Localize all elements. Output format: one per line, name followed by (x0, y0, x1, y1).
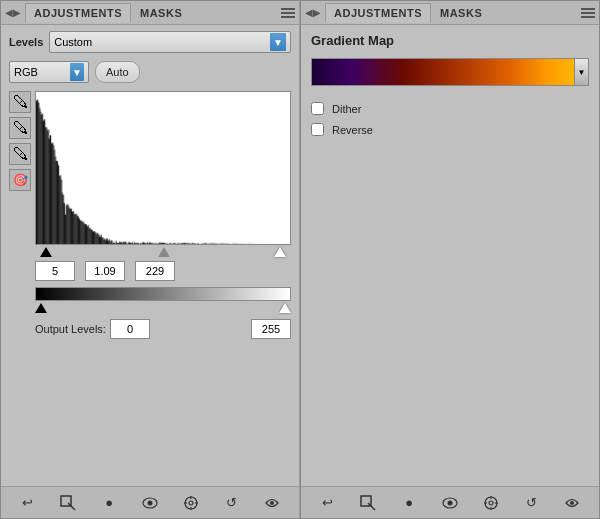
gradient-bar[interactable] (311, 58, 575, 86)
input-handles-track (35, 245, 291, 259)
black-point-eyedropper[interactable]: 🖊 (9, 91, 31, 113)
output-gradient-bar (35, 287, 291, 301)
gradient-map-title: Gradient Map (311, 33, 589, 48)
right-target-button[interactable] (479, 491, 503, 515)
left-panel-menu-icon[interactable] (281, 8, 295, 18)
output-levels-label: Output Levels: (35, 323, 106, 335)
black-output-field[interactable] (110, 319, 150, 339)
right-refresh-button[interactable]: ↺ (520, 491, 544, 515)
right-panel: ◀▶ ADJUSTMENTS MASKS Gradient Map ▼ Dith… (300, 0, 600, 519)
channel-select[interactable]: RGB ▼ (9, 61, 89, 83)
svg-point-14 (489, 501, 493, 505)
left-panel-content: Levels Custom ▼ RGB ▼ Auto 🖊 🖊 🖊 🎯 (1, 25, 299, 486)
reverse-checkbox[interactable] (311, 123, 324, 136)
right-eye-button[interactable] (438, 491, 462, 515)
histogram (35, 91, 291, 245)
gamma-input-field[interactable] (85, 261, 125, 281)
dither-row: Dither (311, 102, 589, 115)
svg-point-19 (570, 501, 574, 505)
output-handles-track (35, 301, 291, 315)
right-panel-menu-icon[interactable] (581, 8, 595, 18)
dither-label: Dither (332, 103, 361, 115)
left-panel: ◀▶ ADJUSTMENTS MASKS Levels Custom ▼ RGB… (0, 0, 300, 519)
right-collapse-icon[interactable]: ◀▶ (305, 7, 321, 18)
histogram-area: 🖊 🖊 🖊 🎯 (9, 91, 291, 339)
preset-select-arrow[interactable]: ▼ (270, 33, 286, 51)
channel-select-arrow[interactable]: ▼ (70, 63, 84, 81)
gamma-input-handle[interactable] (158, 247, 170, 257)
white-input-field[interactable] (135, 261, 175, 281)
output-levels-row: Output Levels: (35, 319, 291, 339)
left-collapse-icon[interactable]: ◀▶ (5, 7, 21, 18)
left-refresh-button[interactable]: ↺ (220, 491, 244, 515)
left-select-button[interactable] (56, 491, 80, 515)
black-output-handle[interactable] (35, 303, 47, 313)
white-output-handle[interactable] (279, 303, 291, 313)
white-input-handle[interactable] (274, 247, 286, 257)
svg-point-9 (270, 501, 274, 505)
tab-masks-right[interactable]: MASKS (431, 3, 491, 23)
tab-adjustments-left[interactable]: ADJUSTMENTS (25, 3, 131, 23)
gradient-bar-dropdown[interactable]: ▼ (575, 58, 589, 86)
right-panel-header: ◀▶ ADJUSTMENTS MASKS (301, 1, 599, 25)
input-values-row (35, 261, 291, 281)
right-panel-content: Gradient Map ▼ Dither Reverse (301, 25, 599, 152)
left-panel-header: ◀▶ ADJUSTMENTS MASKS (1, 1, 299, 25)
levels-label: Levels (9, 36, 43, 48)
white-output-field[interactable] (251, 319, 291, 339)
left-expand-button[interactable] (260, 491, 284, 515)
left-circle-button[interactable]: ● (97, 491, 121, 515)
reverse-row: Reverse (311, 123, 589, 136)
preset-value: Custom (54, 36, 92, 48)
right-expand-button[interactable] (560, 491, 584, 515)
preset-select[interactable]: Custom ▼ (49, 31, 291, 53)
channel-row: RGB ▼ Auto (9, 61, 291, 83)
right-select-button[interactable] (356, 491, 380, 515)
right-circle-button[interactable]: ● (397, 491, 421, 515)
svg-point-2 (147, 500, 152, 505)
left-toolbar: ↩ ● ↺ (1, 486, 299, 518)
channel-value: RGB (14, 66, 38, 78)
right-reset-button[interactable]: ↩ (315, 491, 339, 515)
eyedropper-tools: 🖊 🖊 🖊 🎯 (9, 91, 31, 339)
dither-checkbox[interactable] (311, 102, 324, 115)
preset-row: Levels Custom ▼ (9, 31, 291, 53)
gray-point-eyedropper[interactable]: 🖊 (9, 117, 31, 139)
reverse-label: Reverse (332, 124, 373, 136)
svg-point-12 (447, 500, 452, 505)
tab-adjustments-right[interactable]: ADJUSTMENTS (325, 3, 431, 23)
auto-button[interactable]: Auto (95, 61, 140, 83)
left-target-button[interactable] (179, 491, 203, 515)
gradient-bar-container: ▼ (311, 58, 589, 86)
black-input-handle[interactable] (40, 247, 52, 257)
left-reset-button[interactable]: ↩ (15, 491, 39, 515)
white-point-eyedropper[interactable]: 🖊 (9, 143, 31, 165)
left-eye-button[interactable] (138, 491, 162, 515)
tab-masks-left[interactable]: MASKS (131, 3, 191, 23)
output-gradient-area (35, 287, 291, 315)
svg-point-4 (189, 501, 193, 505)
black-input-field[interactable] (35, 261, 75, 281)
right-toolbar: ↩ ● ↺ (301, 486, 599, 518)
target-adjustment-tool[interactable]: 🎯 (9, 169, 31, 191)
